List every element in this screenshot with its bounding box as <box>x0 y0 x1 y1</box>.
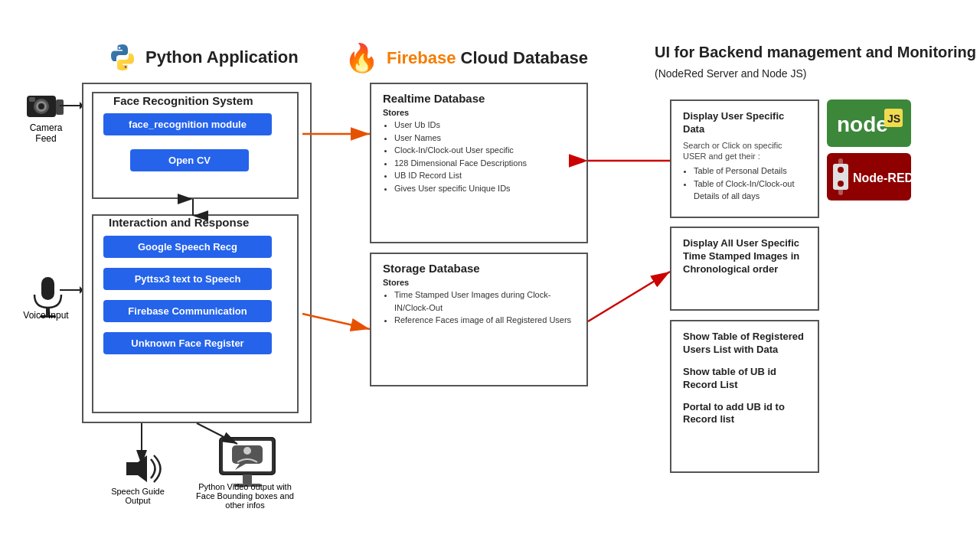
ui-box2-title: Display All User Specific Time Stamped I… <box>683 237 806 276</box>
unknown-face-register-button[interactable]: Unknown Face Register <box>103 332 272 354</box>
google-speech-button[interactable]: Google Speech Recg <box>103 236 272 258</box>
list-item: 128 Dimensional Face Descriptions <box>394 157 575 170</box>
svg-point-1 <box>125 66 127 68</box>
diagram: Python Application 🔥 Firebase Cloud Data… <box>0 0 980 551</box>
svg-rect-7 <box>29 97 35 102</box>
ui-backend-subtitle: (NodeRed Server and Node JS) <box>655 67 806 80</box>
ui-backend-box1: Display User Specific Data Search or Cli… <box>670 99 819 218</box>
realtime-db-stores-label: Stores <box>383 108 575 117</box>
list-item: Table of Clock-In/Clock-out Details of a… <box>694 178 806 203</box>
svg-rect-17 <box>838 158 843 195</box>
nodejs-logo: node JS <box>827 99 911 147</box>
ui-box1-title: Display User Specific Data <box>683 110 806 136</box>
svg-marker-21 <box>126 455 147 482</box>
realtime-db-list: User Ub IDs User Names Clock-In/Clock-ou… <box>383 119 575 194</box>
svg-point-0 <box>119 47 121 49</box>
speech-output-label: Speech Guide Output <box>107 487 168 505</box>
firebase-communication-button[interactable]: Firebase Communication <box>103 300 272 322</box>
list-item: UB ID Record List <box>394 169 575 182</box>
storage-db-list: Time Stamped User Images during Clock-IN… <box>383 289 575 327</box>
python-logo-icon <box>107 42 138 73</box>
list-item: Reference Faces image of all Registered … <box>394 314 575 327</box>
voice-label: Voice Input <box>19 310 73 321</box>
ui-backend-header: UI for Backend management and Monitoring… <box>655 42 976 82</box>
list-item: Table of Personal Details <box>694 165 806 178</box>
ui-box3-line2: Show table of UB id Record List <box>683 366 806 392</box>
python-app-title: Python Application <box>145 47 299 67</box>
svg-point-5 <box>38 103 44 109</box>
list-item: User Ub IDs <box>394 119 575 132</box>
nodered-logo: Node-RED <box>827 153 911 201</box>
node-logos: node JS Node-RED <box>827 99 911 201</box>
svg-text:JS: JS <box>887 112 900 125</box>
ui-backend-box2: Display All User Specific Time Stamped I… <box>670 227 819 311</box>
firebase-flame-icon: 🔥 <box>345 42 379 74</box>
ui-box3-line1: Show Table of Registered Users List with… <box>683 331 806 357</box>
monitor-output-label: Python Video output with Face Bounding b… <box>195 482 295 510</box>
storage-db-stores-label: Stores <box>383 278 575 287</box>
python-app-header: Python Application <box>107 42 299 73</box>
ui-backend-box3: Show Table of Registered Users List with… <box>670 320 819 473</box>
face-recognition-module-button[interactable]: face_recognition module <box>103 113 272 135</box>
ui-box3-line3: Portal to add UB id to Record list <box>683 401 806 427</box>
firebase-header-title: Firebase Cloud Database <box>387 48 588 68</box>
camera-label: Camera Feed <box>19 122 73 144</box>
svg-point-26 <box>243 447 251 455</box>
list-item: Clock-In/Clock-out User specific <box>394 144 575 157</box>
camera-arrow <box>60 105 83 106</box>
pyttsx3-button[interactable]: Pyttsx3 text to Speech <box>103 268 272 290</box>
face-recognition-title: Face Recognition System <box>113 94 253 107</box>
ui-box1-subtitle: Search or Click on specific USER and get… <box>683 140 806 162</box>
svg-text:node: node <box>837 112 888 136</box>
list-item: Gives User specific Unique IDs <box>394 182 575 195</box>
ui-box1-list: Table of Personal Details Table of Clock… <box>683 165 806 203</box>
realtime-database-box: Realtime Database Stores User Ub IDs Use… <box>370 83 588 243</box>
voice-arrow <box>60 289 83 291</box>
interaction-response-title: Interaction and Response <box>109 216 249 229</box>
storage-database-box: Storage Database Stores Time Stamped Use… <box>370 253 588 386</box>
svg-point-18 <box>838 167 844 173</box>
face-recognition-box <box>92 92 299 199</box>
realtime-db-title: Realtime Database <box>383 92 575 105</box>
svg-text:Node-RED: Node-RED <box>853 171 911 184</box>
svg-rect-6 <box>56 99 64 115</box>
svg-rect-8 <box>41 277 54 300</box>
list-item: User Names <box>394 132 575 145</box>
list-item: Time Stamped User Images during Clock-IN… <box>394 289 575 314</box>
storage-db-title: Storage Database <box>383 262 575 275</box>
ui-backend-title: UI for Backend management and Monitoring <box>655 44 976 60</box>
svg-point-19 <box>838 181 844 187</box>
firebase-header: 🔥 Firebase Cloud Database <box>345 42 588 74</box>
opencv-button[interactable]: Open CV <box>130 149 249 171</box>
